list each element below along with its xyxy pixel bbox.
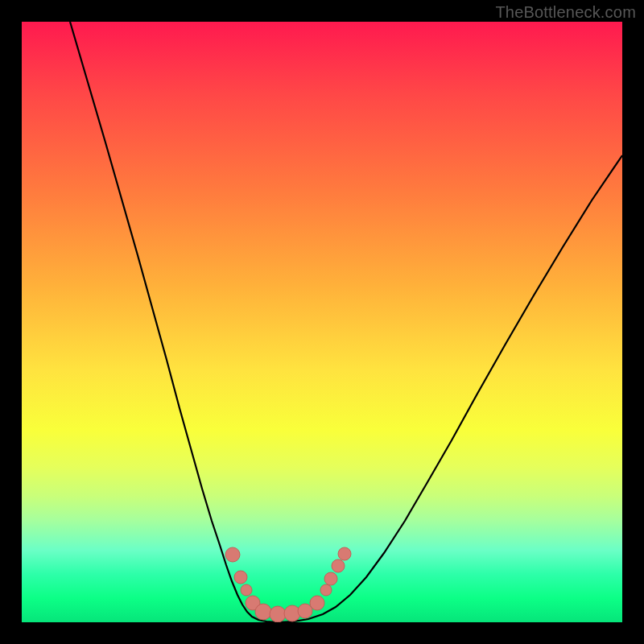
marker-dot xyxy=(320,584,332,596)
marker-dot xyxy=(255,604,271,620)
marker-dot xyxy=(234,571,247,584)
marker-dot xyxy=(310,596,324,610)
plot-area xyxy=(22,22,622,622)
marker-dot xyxy=(225,547,240,562)
marker-group xyxy=(225,547,351,622)
marker-dot xyxy=(241,584,252,596)
watermark-text: TheBottleneck.com xyxy=(495,3,636,22)
curve-right-arm xyxy=(278,155,622,622)
marker-dot xyxy=(332,559,345,572)
marker-dot xyxy=(270,606,286,622)
marker-dot xyxy=(338,547,351,560)
curve-left-arm xyxy=(70,22,278,622)
curve-layer xyxy=(22,22,622,622)
marker-dot xyxy=(324,572,337,585)
chart-frame: TheBottleneck.com xyxy=(0,0,644,644)
